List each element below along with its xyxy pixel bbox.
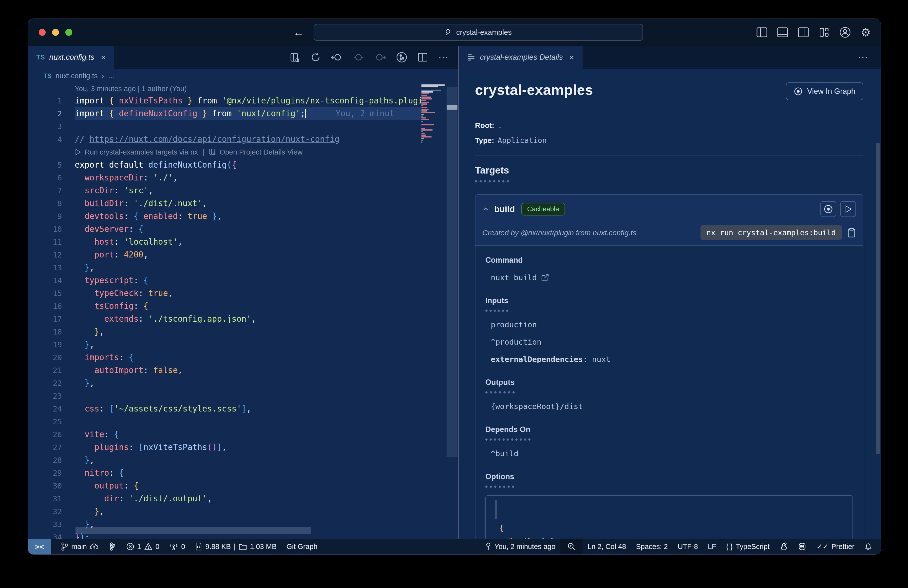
- notifications-item[interactable]: [860, 539, 881, 554]
- code-line[interactable]: 27plugins: [nxViteTsPaths()],: [28, 441, 421, 454]
- breadcrumb-symbol[interactable]: …: [108, 72, 115, 80]
- open-project-details-codelens[interactable]: Open Project Details View: [209, 148, 303, 156]
- code-line[interactable]: 23: [28, 390, 421, 403]
- file-history-icon[interactable]: [396, 52, 407, 63]
- nx-run-command-chip[interactable]: nx run crystal-examples:build: [700, 226, 842, 240]
- minimap[interactable]: [422, 84, 445, 143]
- code-line[interactable]: 16tsConfig: {: [28, 300, 421, 313]
- code-line[interactable]: 32},: [28, 505, 421, 518]
- run-target-button[interactable]: [840, 201, 856, 217]
- toggle-secondary-sidebar-icon[interactable]: [798, 27, 809, 37]
- code-line[interactable]: 10devServer: {: [28, 223, 421, 235]
- minimize-window-button[interactable]: [52, 29, 59, 36]
- customize-layout-icon[interactable]: [819, 27, 829, 37]
- close-tab-icon[interactable]: ×: [569, 53, 574, 62]
- tab-nuxt-config[interactable]: TS nuxt.config.ts ×: [28, 46, 114, 69]
- git-branch-item[interactable]: main: [56, 539, 104, 554]
- code-line[interactable]: 17extends: './tsconfig.app.json',: [28, 313, 421, 325]
- vertical-scrollbar[interactable]: [447, 87, 457, 457]
- code-line[interactable]: 3: [28, 120, 421, 133]
- code-line[interactable]: 31dir: './dist/.output',: [28, 492, 421, 505]
- code-line[interactable]: 5export default defineNuxtConfig({: [28, 158, 421, 171]
- indentation-item[interactable]: Spaces: 2: [631, 539, 673, 554]
- breadcrumb[interactable]: TS nuxt.config.ts › …: [28, 69, 458, 83]
- copy-icon[interactable]: [847, 228, 856, 238]
- code-line[interactable]: 21autoImport: false,: [28, 364, 421, 377]
- code-editor[interactable]: You, 3 minutes ago | 1 author (You)1impo…: [28, 83, 458, 539]
- view-in-graph-button[interactable]: View In Graph: [786, 82, 863, 100]
- code-line[interactable]: 7srcDir: 'src',: [28, 184, 421, 197]
- problems-item[interactable]: 1 0: [121, 539, 164, 554]
- git-graph-item[interactable]: Git Graph: [282, 539, 322, 554]
- code-line[interactable]: 14typescript: {: [28, 274, 421, 287]
- line-number: 20: [28, 351, 75, 364]
- scrollbar-selection-marker: [447, 105, 457, 110]
- code-line[interactable]: 8buildDir: './dist/.nuxt',: [28, 197, 421, 210]
- run-targets-codelens[interactable]: Run crystal-examples targets via nx: [75, 148, 198, 156]
- go-back-icon[interactable]: ←: [293, 26, 304, 39]
- more-actions-icon[interactable]: ⋯: [438, 52, 449, 63]
- command-center-search[interactable]: crystal-examples: [314, 24, 643, 41]
- code-line[interactable]: 12port: 4200,: [28, 248, 421, 261]
- breadcrumb-file[interactable]: nuxt.config.ts: [56, 72, 98, 80]
- code-line[interactable]: 20imports: {: [28, 351, 421, 364]
- code-line[interactable]: 29nitro: {: [28, 467, 421, 479]
- options-json-editor[interactable]: { "cwd": "." }: [485, 495, 853, 539]
- code-line[interactable]: 11host: 'localhost',: [28, 235, 421, 248]
- tab-title: crystal-examples Details: [480, 53, 563, 62]
- code-line[interactable]: 1import { nxViteTsPaths } from '@nx/vite…: [28, 94, 421, 107]
- code-line[interactable]: 25: [28, 415, 421, 428]
- code-line[interactable]: 19},: [28, 338, 421, 351]
- command-value[interactable]: nuxt build: [485, 273, 853, 282]
- code-line[interactable]: 24css: ['~/assets/css/styles.scss'],: [28, 403, 421, 415]
- code-line[interactable]: 22},: [28, 377, 421, 390]
- source-control-graph-item[interactable]: [104, 539, 121, 554]
- code-line[interactable]: 15typeCheck: true,: [28, 287, 421, 300]
- code-line[interactable]: 13},: [28, 261, 421, 274]
- horizontal-scrollbar[interactable]: [76, 527, 311, 534]
- toggle-panel-icon[interactable]: [777, 27, 788, 37]
- close-tab-icon[interactable]: ×: [101, 53, 106, 62]
- code-line[interactable]: 30output: {: [28, 479, 421, 492]
- settings-gear-icon[interactable]: ⚙: [861, 26, 871, 39]
- more-actions-icon[interactable]: ⋯: [858, 52, 869, 63]
- code-line[interactable]: 2import { defineNuxtConfig } from 'nuxt/…: [28, 107, 421, 120]
- encoding-item[interactable]: UTF-8: [673, 539, 703, 554]
- eol-item[interactable]: LF: [703, 539, 721, 554]
- code-line[interactable]: 9devtools: { enabled: true },: [28, 210, 421, 223]
- toggle-primary-sidebar-icon[interactable]: [757, 27, 767, 37]
- open-preview-icon[interactable]: [290, 52, 300, 63]
- line-number: 7: [28, 184, 75, 197]
- maximize-window-button[interactable]: [65, 29, 72, 36]
- split-editor-icon[interactable]: [417, 52, 428, 63]
- code-line[interactable]: 28},: [28, 454, 421, 467]
- line-number: 17: [28, 313, 75, 325]
- account-icon[interactable]: [839, 27, 851, 38]
- blame-item[interactable]: You, 2 minutes ago: [480, 539, 560, 554]
- traffic-lights: [39, 29, 72, 36]
- ports-item[interactable]: 0: [164, 539, 190, 554]
- view-target-in-graph-button[interactable]: [820, 201, 836, 217]
- refresh-icon[interactable]: [311, 52, 321, 63]
- cursor-position-item[interactable]: Ln 2, Col 48: [583, 539, 631, 554]
- next-change-icon[interactable]: [375, 52, 386, 63]
- code-line[interactable]: 6workspaceDir: './',: [28, 171, 421, 184]
- file-size-item[interactable]: 9.88 KB| 1.03 MB: [190, 539, 282, 554]
- previous-change-icon[interactable]: [331, 52, 343, 63]
- formatter-item[interactable]: ✓✓ Prettier: [811, 539, 860, 554]
- remote-indicator[interactable]: ><: [28, 539, 51, 554]
- current-change-icon[interactable]: [353, 52, 364, 63]
- line-number: 27: [28, 441, 75, 454]
- close-window-button[interactable]: [39, 29, 46, 36]
- collapse-chevron-icon[interactable]: [482, 206, 489, 211]
- tab-project-details[interactable]: crystal-examples Details ×: [459, 46, 583, 69]
- target-card-header[interactable]: build Cacheable Created by @nx/nuxt/plug…: [475, 195, 863, 245]
- code-line[interactable]: 26vite: {: [28, 428, 421, 441]
- code-line[interactable]: 18},: [28, 325, 421, 338]
- code-line[interactable]: 4// https://nuxt.com/docs/api/configurat…: [28, 133, 421, 146]
- details-scrollbar[interactable]: [876, 143, 880, 454]
- zoom-item[interactable]: [560, 539, 583, 554]
- extension-status-item[interactable]: [774, 539, 793, 554]
- copilot-item[interactable]: [793, 539, 811, 554]
- language-mode-item[interactable]: { } TypeScript: [721, 539, 774, 554]
